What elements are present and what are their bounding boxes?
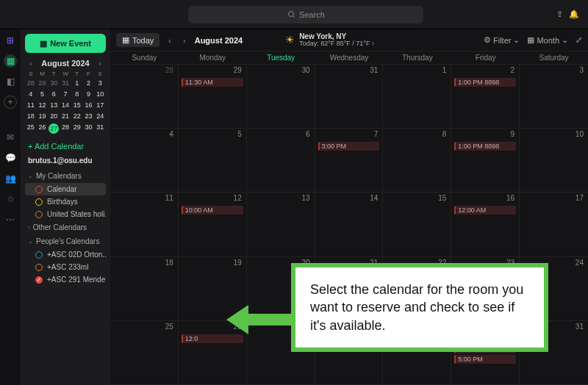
rail-people-icon[interactable]: 👥 xyxy=(4,172,17,185)
day-cell[interactable]: 1210:00 AM xyxy=(179,192,247,256)
calendar-color-icon xyxy=(35,251,43,259)
day-cell[interactable]: 18 xyxy=(110,257,179,321)
day-cell[interactable]: 14 xyxy=(315,192,384,256)
rail-more-icon[interactable]: ⋯ xyxy=(4,213,17,226)
day-cell[interactable]: 91:00 PM 8898 xyxy=(451,129,520,192)
event-chip[interactable]: 1:00 PM 8898 xyxy=(454,78,516,87)
mini-calendar-grid[interactable]: 2829303112345678910111213141516171819202… xyxy=(25,79,106,134)
day-cell[interactable]: 30 xyxy=(247,65,315,129)
svg-line-1 xyxy=(293,15,295,18)
day-cell[interactable]: 8 xyxy=(383,129,451,192)
rail-chat-icon[interactable]: 💬 xyxy=(4,151,17,165)
day-number: 13 xyxy=(301,194,309,202)
search-box[interactable]: Search xyxy=(188,6,423,24)
day-number: 19 xyxy=(234,259,242,267)
weather-widget[interactable]: ☀ New York, NYToday: 82°F 85°F / 71°F › xyxy=(285,32,374,48)
day-number: 11 xyxy=(165,194,173,202)
calendar-label: +ASC 291 Mende... xyxy=(47,276,106,284)
day-cell[interactable]: 1 xyxy=(383,65,451,129)
event-chip[interactable]: 5:00 PM xyxy=(454,355,516,364)
rail-add-icon[interactable]: + xyxy=(4,96,17,109)
calendar-item[interactable]: +ASC 02D Orton... xyxy=(25,248,106,261)
sidebar: ▦ New Event ‹ August 2024 › SMTWTFS 2829… xyxy=(21,29,110,385)
chevron-down-icon: ⌄ xyxy=(562,35,568,45)
svg-point-0 xyxy=(288,11,293,16)
group-peoples-calendars[interactable]: ⌄People's Calendars xyxy=(25,234,106,248)
day-cell[interactable]: 21:00 PM 8898 xyxy=(451,65,520,129)
day-cell[interactable]: 6 xyxy=(247,129,315,192)
day-cell[interactable]: 28 xyxy=(110,65,179,129)
day-number: 25 xyxy=(165,323,173,331)
day-number: 28 xyxy=(165,66,173,74)
calendar-item[interactable]: Birthdays xyxy=(25,195,106,208)
new-event-button[interactable]: ▦ New Event xyxy=(25,34,106,53)
day-cell[interactable]: 1612:00 AM xyxy=(451,192,520,256)
day-number: 30 xyxy=(301,66,309,74)
group-other-calendars[interactable]: ›Other Calendars xyxy=(25,220,106,234)
next-month-icon[interactable]: › xyxy=(180,36,189,45)
event-chip[interactable]: 1:00 PM 8898 xyxy=(454,142,516,151)
grid-icon: ▦ xyxy=(527,35,534,45)
day-number: 18 xyxy=(165,259,173,267)
day-number: 16 xyxy=(506,194,514,202)
calendar-item[interactable]: Calendar xyxy=(25,183,106,195)
new-event-label: New Event xyxy=(50,39,91,48)
day-cell[interactable]: 25 xyxy=(110,321,179,385)
notification-icon[interactable]: 🔔 xyxy=(569,10,579,19)
day-cell[interactable]: 17 xyxy=(520,192,588,256)
day-number: 10 xyxy=(576,130,584,138)
chevron-down-icon: ⌄ xyxy=(28,238,33,245)
rail-mail-icon[interactable]: ✉ xyxy=(4,131,17,144)
day-cell[interactable]: 2612:0 xyxy=(179,321,247,385)
weekday-header: SundayMondayTuesdayWednesdayThursdayFrid… xyxy=(110,51,588,65)
event-chip[interactable]: 12:0 xyxy=(182,334,243,343)
day-number: 24 xyxy=(576,259,584,267)
day-cell[interactable]: 4 xyxy=(110,129,179,192)
rail-unknown-icon[interactable]: ◧ xyxy=(4,75,17,88)
day-number: 6 xyxy=(306,130,310,138)
rail-calendar-icon[interactable]: ▦ xyxy=(4,54,17,68)
mini-next-icon[interactable]: › xyxy=(97,59,103,68)
group-my-calendars[interactable]: ⌄My Calendars xyxy=(25,169,106,183)
calendar-label: United States holi... xyxy=(47,210,106,218)
day-cell[interactable]: 31 xyxy=(315,65,384,129)
day-cell[interactable]: 10 xyxy=(520,129,588,192)
day-number: 15 xyxy=(438,194,446,202)
share-icon[interactable]: ⇪ xyxy=(556,10,563,19)
day-cell[interactable]: 5 xyxy=(179,129,247,192)
prev-month-icon[interactable]: ‹ xyxy=(165,36,174,45)
calendar-toolbar: ▦Today ‹ › August 2024 ☀ New York, NYTod… xyxy=(110,29,588,51)
rail-home-icon[interactable]: ⊞ xyxy=(4,34,17,47)
add-calendar-link[interactable]: + Add Calendar xyxy=(25,134,106,155)
filter-dropdown[interactable]: ⚙Filter⌄ xyxy=(484,35,520,45)
mini-dow-row: SMTWTFS xyxy=(25,71,106,77)
day-cell[interactable]: 73:00 PM xyxy=(315,129,384,192)
calendar-item[interactable]: ✓+ASC 291 Mende... xyxy=(25,273,106,286)
day-cell[interactable]: 2911:30 AM xyxy=(179,65,247,129)
today-button[interactable]: ▦Today xyxy=(116,33,159,47)
day-cell[interactable]: 19 xyxy=(179,257,247,321)
calendar-item[interactable]: +ASC 233ml xyxy=(25,261,106,273)
rail-star-icon[interactable]: ☆ xyxy=(4,192,17,206)
day-number: 7 xyxy=(374,130,379,138)
calendar-item[interactable]: United States holi... xyxy=(25,208,106,220)
calendar-label: +ASC 02D Orton... xyxy=(47,251,106,259)
event-chip[interactable]: 3:00 PM xyxy=(318,142,380,151)
chevron-down-icon: ⌄ xyxy=(28,173,33,179)
day-number: 17 xyxy=(576,194,584,202)
weather-detail: Today: 82°F 85°F / 71°F xyxy=(299,40,370,47)
event-chip[interactable]: 12:00 AM xyxy=(454,206,516,215)
event-chip[interactable]: 10:00 AM xyxy=(182,206,243,215)
day-number: 12 xyxy=(234,194,242,202)
expand-icon[interactable]: ⤢ xyxy=(576,35,582,45)
day-cell[interactable]: 15 xyxy=(383,192,451,256)
day-number: 5 xyxy=(237,130,242,138)
day-number: 29 xyxy=(234,66,242,74)
day-cell[interactable]: 13 xyxy=(247,192,315,256)
mini-prev-icon[interactable]: ‹ xyxy=(28,59,34,68)
view-dropdown[interactable]: ▦Month⌄ xyxy=(527,35,568,45)
day-cell[interactable]: 11 xyxy=(110,192,179,256)
account-label[interactable]: brutus.1@osu.edu xyxy=(25,155,106,169)
event-chip[interactable]: 11:30 AM xyxy=(182,78,243,87)
day-cell[interactable]: 3 xyxy=(520,65,588,129)
